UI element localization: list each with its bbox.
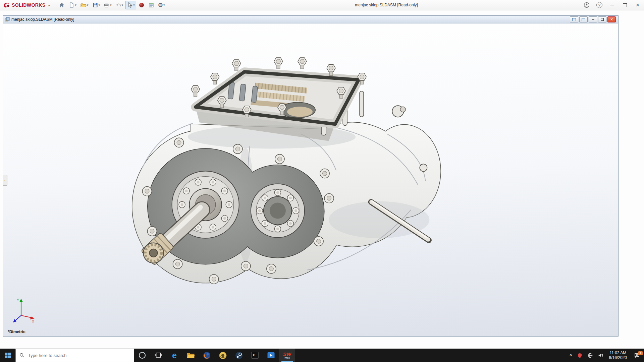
account-button[interactable] [580,0,593,10]
output-hub [251,184,305,238]
prompt-icon: >_ [253,354,257,357]
new-document-button[interactable]: ▾ [67,1,78,9]
solidworks-logo-glyph: SW [283,352,291,357]
volume-icon [598,352,604,358]
taskbar-app-steam[interactable] [231,349,247,362]
taskbar-search[interactable] [15,349,134,362]
menu-expand-arrow-icon[interactable]: ▸ [48,3,50,7]
maximize-button[interactable] [619,0,631,10]
task-view-icon [154,351,162,359]
view-orientation-label: *Dimetric [8,329,25,334]
print-icon [104,2,110,8]
pane-icon [582,18,585,21]
minimize-button[interactable] [606,0,619,10]
close-button[interactable]: × [631,0,644,10]
quick-access-toolbar: ▾ ▾ ▾ [57,1,166,9]
3d-viewport[interactable]: y x *Dimetric ‹ [3,23,618,336]
print-button[interactable]: ▾ [102,1,113,9]
notification-count-badge: 2 [638,351,643,355]
steam-icon [235,351,243,360]
dropdown-caret-icon[interactable]: ▾ [99,3,100,7]
doc-minimize-button[interactable] [589,16,597,22]
assembly-document-icon [5,17,10,22]
network-globe-icon [587,353,593,358]
dassault-logo-icon [3,2,10,8]
clock-time: 11:02 AM [609,351,626,355]
system-tray: ^ 11: [567,349,644,362]
start-button[interactable] [0,349,15,362]
taskbar-app-edge[interactable]: e [166,349,182,362]
movies-and-tv-icon [267,352,275,359]
help-icon: ? [596,2,602,8]
windows-taskbar: e [0,349,644,362]
orientation-triad[interactable]: y x [11,296,35,324]
app-titlebar: SOLIDWORKS ▸ ▾ ▾ [0,0,644,10]
taskbar-app-firefox[interactable] [199,349,215,362]
dropdown-caret-icon[interactable]: ▾ [122,3,123,7]
dropdown-caret-icon[interactable]: ▾ [75,3,76,7]
taskbar-app-media[interactable] [215,349,231,362]
open-button[interactable]: ▾ [79,1,90,9]
security-shield-icon [577,353,583,358]
new-document-icon [68,2,74,8]
home-icon [59,2,65,8]
feature-panel-collapse-tab[interactable]: ‹ [3,175,7,186]
3dexperience-button[interactable] [137,1,146,9]
doc-restore-button[interactable] [598,16,606,22]
solidworks-year-label: 2020 [284,357,290,359]
taskbar-app-cortana[interactable] [134,349,150,362]
home-button[interactable] [57,1,66,9]
close-icon: × [636,2,640,8]
file-explorer-icon [186,352,195,359]
dropdown-caret-icon[interactable]: ▾ [110,3,112,7]
file-properties-icon [148,2,154,8]
taskbar-app-solidworks[interactable]: SW 2020 [279,349,295,362]
dropdown-caret-icon[interactable]: ▾ [87,3,89,7]
screen: SOLIDWORKS ▸ ▾ ▾ [0,0,644,362]
doc-pane-button-1[interactable] [570,16,578,22]
action-center-button[interactable]: 2 [630,349,644,362]
open-folder-icon [80,2,87,8]
options-button[interactable]: ⚙ ▾ [157,1,166,9]
taskbar-app-command-prompt[interactable]: >_ [247,349,263,362]
taskbar-app-task-view[interactable] [150,349,166,362]
dropdown-caret-icon[interactable]: ▾ [163,3,165,7]
clock-date: 9/16/2020 [609,355,627,360]
solidworks-menu[interactable]: SOLIDWORKS ▸ [0,2,53,8]
taskbar-app-file-explorer[interactable] [182,349,199,362]
save-button[interactable]: ▾ [91,1,102,9]
gear-icon: ⚙ [158,2,163,8]
help-button[interactable]: ? [593,0,606,10]
undo-button[interactable]: ▾ [114,1,125,9]
select-tool-button[interactable]: ▾ [125,1,136,9]
doc-close-button[interactable]: × [607,16,616,22]
doc-pane-button-2[interactable] [579,16,588,22]
tray-network-button[interactable] [585,349,595,362]
tray-security-button[interactable] [575,349,585,362]
close-icon: × [610,17,613,21]
gearbox-3d-model[interactable] [3,23,618,336]
tray-expand-button[interactable]: ^ [567,349,575,362]
minimize-icon [592,19,594,20]
search-input[interactable] [28,353,130,358]
axis-x-label: x [32,319,34,323]
document-title: menjac sklop.SLDASM [Read-only] [11,17,74,22]
restore-icon [601,18,604,21]
file-properties-button[interactable] [147,1,156,9]
pane-icon [572,18,576,21]
save-icon [92,2,98,8]
document-titlebar[interactable]: menjac sklop.SLDASM [Read-only] × [3,16,618,23]
dropdown-caret-icon[interactable]: ▾ [133,3,135,7]
solidworks-icon: SW 2020 [283,352,291,359]
app-client-area: menjac sklop.SLDASM [Read-only] × [0,10,644,349]
3dexperience-sphere-icon [139,2,145,8]
app-title: menjac sklop.SLDASM [Read-only] [355,3,418,7]
tray-volume-button[interactable] [595,349,606,362]
windows-logo-icon [4,352,11,359]
collapse-arrow-icon: ‹ [4,179,5,182]
search-icon [19,353,24,358]
firefox-icon [203,351,211,360]
taskbar-app-movies-tv[interactable] [263,349,279,362]
select-cursor-icon [127,2,133,8]
taskbar-clock[interactable]: 11:02 AM 9/16/2020 [606,349,630,362]
